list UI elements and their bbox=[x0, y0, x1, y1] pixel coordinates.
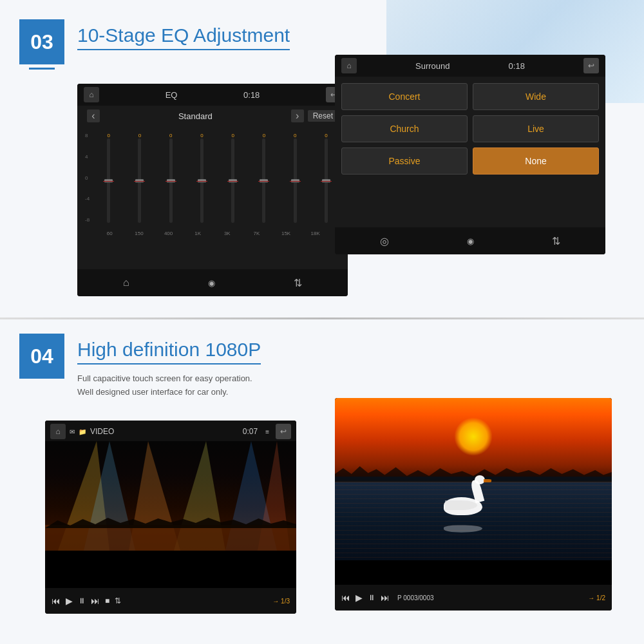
eq-screen: ⌂ EQ 0:18 ↩ ‹ Standard › Reset 8 4 0 -4 … bbox=[77, 84, 348, 296]
eq-screen-header: ⌂ EQ 0:18 ↩ bbox=[77, 84, 348, 106]
section-04: 04 High definition 1080P Full capacitive… bbox=[0, 321, 644, 644]
video-stop-btn[interactable]: ■ bbox=[105, 596, 109, 605]
surround-live-btn[interactable]: Live bbox=[473, 115, 599, 142]
surround-wide-btn[interactable]: Wide bbox=[473, 83, 599, 110]
eq-sliders: 0 0 0 bbox=[95, 133, 340, 223]
bmp-prev-btn[interactable]: ⏮ bbox=[341, 592, 350, 603]
eq-prev-btn[interactable]: ‹ bbox=[87, 109, 100, 122]
video-home-btn[interactable]: ⌂ bbox=[50, 424, 66, 439]
section-03-badge: 03 bbox=[19, 19, 64, 64]
section-03-number: 03 bbox=[30, 30, 53, 54]
video-next-btn[interactable]: ⏭ bbox=[91, 596, 100, 606]
surround-home-btn[interactable]: ⌂ bbox=[341, 58, 357, 73]
eq-time: 0:18 bbox=[243, 90, 260, 100]
surround-eq-icon[interactable]: ⇅ bbox=[552, 235, 560, 247]
eq-preset: Standard bbox=[104, 111, 287, 121]
video-time: 0:07 bbox=[243, 427, 258, 436]
surround-passive-btn[interactable]: Passive bbox=[341, 147, 468, 175]
surround-label: Surround bbox=[415, 61, 450, 71]
swan-reflection bbox=[437, 523, 489, 537]
surround-nav-icon[interactable]: ◎ bbox=[380, 235, 389, 247]
surround-concert-btn[interactable]: Concert bbox=[341, 83, 468, 110]
eq-slider-col: 0 bbox=[250, 133, 278, 223]
bmp-play-btn[interactable]: ▶ bbox=[355, 592, 363, 603]
video-eq-btn[interactable]: ⇅ bbox=[115, 596, 121, 605]
eq-home-icon[interactable]: ⌂ bbox=[123, 277, 129, 289]
bmp-image bbox=[335, 398, 612, 560]
section-03-title: 10-Stage EQ Adjustment bbox=[77, 24, 290, 50]
surround-radio-icon[interactable]: ◉ bbox=[467, 236, 474, 246]
bmp-screen: ⌂ ✉ 📁 BMP 0:05 🔋 ≡ ↩ bbox=[335, 398, 612, 611]
surround-time: 0:18 bbox=[509, 61, 525, 71]
eq-slider-col: 0 bbox=[157, 133, 185, 223]
eq-slider-col: 0 bbox=[281, 133, 309, 223]
section-04-title: High definition 1080P bbox=[77, 339, 261, 365]
bmp-page-info: P 0003/0003 bbox=[397, 594, 434, 601]
video-prev-btn[interactable]: ⏮ bbox=[52, 596, 61, 606]
bmp-nav-info: → 1/2 bbox=[588, 594, 605, 601]
video-header: ⌂ ✉ 📁 VIDEO 0:07 ≡ ↩ bbox=[45, 421, 296, 442]
section-04-number: 04 bbox=[30, 345, 53, 368]
eq-freq-labels: 60 150 400 1K 3K 7K 15K 18K bbox=[77, 229, 348, 238]
eq-radio-icon[interactable]: ◉ bbox=[208, 278, 215, 288]
video-play-btn[interactable]: ▶ bbox=[66, 596, 73, 606]
surround-bottom-bar: ◎ ◉ ⇅ bbox=[335, 227, 605, 254]
concert-scene bbox=[45, 441, 296, 551]
video-pause-btn[interactable]: ⏸ bbox=[78, 596, 86, 605]
video-label: VIDEO bbox=[90, 427, 114, 436]
bmp-pause-btn[interactable]: ⏸ bbox=[368, 593, 375, 602]
video-page-info: → 1/3 bbox=[272, 598, 290, 605]
surround-back-btn[interactable]: ↩ bbox=[583, 58, 599, 73]
video-screen: ⌂ ✉ 📁 VIDEO 0:07 ≡ ↩ ♥ 1 ----------29448… bbox=[45, 421, 296, 614]
surround-church-btn[interactable]: Church bbox=[341, 115, 468, 142]
swan-body bbox=[437, 486, 489, 522]
eq-label: EQ bbox=[166, 90, 178, 100]
eq-slider-col: 0 bbox=[95, 133, 122, 223]
eq-home-btn[interactable]: ⌂ bbox=[84, 87, 99, 102]
eq-next-btn[interactable]: › bbox=[291, 109, 304, 122]
video-back-btn[interactable]: ↩ bbox=[276, 424, 291, 439]
surround-screen: ⌂ Surround 0:18 ↩ Concert Wide Church Li… bbox=[335, 55, 605, 254]
surround-none-btn[interactable]: None bbox=[473, 147, 599, 175]
bmp-next-btn[interactable]: ⏭ bbox=[381, 592, 390, 603]
surround-header: ⌂ Surround 0:18 ↩ bbox=[335, 55, 605, 77]
eq-slider-col: 0 bbox=[219, 133, 247, 223]
eq-bottom-bar: ⌂ ◉ ⇅ bbox=[77, 269, 348, 296]
eq-mixer-icon[interactable]: ⇅ bbox=[294, 277, 302, 289]
video-transport-bar: ⏮ ▶ ⏸ ⏭ ■ ⇅ → 1/3 bbox=[45, 588, 296, 614]
eq-slider-col: 0 bbox=[126, 133, 153, 223]
surround-buttons-grid: Concert Wide Church Live Passive None bbox=[335, 77, 605, 181]
bmp-transport-bar: ⏮ ▶ ⏸ ⏭ P 0003/0003 → 1/2 bbox=[335, 585, 612, 611]
eq-reset-btn[interactable]: Reset bbox=[308, 110, 338, 122]
section-03: 03 10-Stage EQ Adjustment ⌂ EQ 0:18 ↩ ‹ … bbox=[0, 0, 644, 316]
section-divider bbox=[0, 317, 644, 319]
eq-slider-col: 0 bbox=[188, 133, 216, 223]
section-04-desc: Full capacitive touch screen for easy op… bbox=[77, 372, 252, 399]
section-04-badge: 04 bbox=[19, 334, 64, 379]
